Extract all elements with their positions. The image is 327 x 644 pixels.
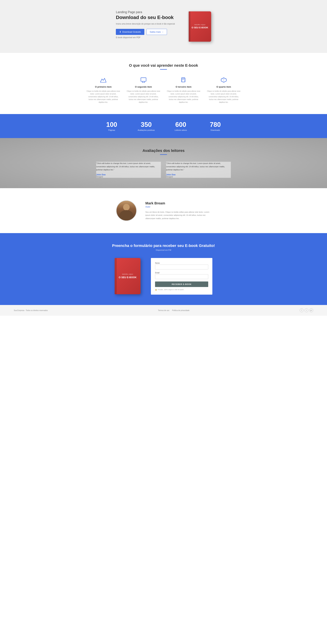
learn-item-1: O primeiro item Clique no botão de ediçã… — [86, 76, 121, 104]
stat-readers-number: 600 — [163, 121, 198, 128]
submit-button[interactable]: RECEBER E-BOOK — [155, 282, 208, 287]
author-photo-inner — [117, 201, 136, 220]
stat-downloads-label: Downloads — [198, 129, 233, 131]
learn-item-1-desc: Clique no botão de edição para alterar e… — [86, 90, 121, 104]
hero-title: Download do seu E-book — [116, 15, 175, 20]
learn-item-3-title: O terceiro item — [166, 86, 201, 88]
footer-terms-link[interactable]: Termos de uso — [158, 310, 169, 311]
testimonial-1-role: Designer — [96, 176, 161, 178]
learn-item-1-title: O primeiro item — [86, 86, 121, 88]
learn-section: O que você vai aprender neste E-book O p… — [0, 53, 327, 114]
learn-item-3: O terceiro item Clique no botão de ediçã… — [166, 76, 201, 104]
name-input[interactable] — [155, 264, 208, 270]
testimonial-2: "Click edit button to change this text. … — [166, 162, 231, 178]
stat-pages-label: Páginas — [94, 129, 129, 131]
hero-buttons: ⬇ Download Gratuito Saiba mais → — [116, 29, 175, 35]
hero-text: Landing Page para Download do seu E-book… — [116, 10, 175, 42]
stat-reviews-number: 350 — [129, 121, 163, 128]
testimonials-section: Avaliações dos leitores "Click edit butt… — [0, 138, 327, 188]
hero-book-subtitle: INSIRA AQUI — [194, 24, 206, 26]
stat-pages: 100 Páginas — [94, 121, 129, 131]
author-section: Mark Bream Autor Sou um bloco de texto. … — [0, 188, 327, 233]
stat-reviews-label: Avaliações positivas — [129, 129, 163, 131]
hero-book-cover: INSIRA AQUI O SEU E-BOOK — [189, 12, 211, 42]
learn-item-3-desc: Clique no botão de edição para alterar e… — [166, 90, 201, 104]
form-book-subtitle: INSIRA AQUI — [122, 273, 133, 275]
testimonials-grid: "Click edit button to change this text. … — [96, 162, 231, 178]
stat-downloads-number: 780 — [198, 121, 233, 128]
hero-book-title: O SEU E-BOOK — [192, 26, 208, 29]
learn-title: O que você vai aprender neste E-book — [14, 63, 313, 68]
email-input[interactable] — [155, 274, 208, 279]
testimonials-title: Avaliações dos leitores — [14, 148, 313, 153]
form-fields: Nome Email RECEBER E-BOOK 🔒 Privado. 100… — [151, 258, 212, 294]
testimonial-2-author: John Doe — [166, 174, 231, 176]
learn-more-button[interactable]: Saiba mais → — [146, 29, 167, 35]
footer-copyright: Sua Empresa - Todos os direitos reservad… — [14, 310, 48, 311]
download-button[interactable]: ⬇ Download Gratuito — [116, 29, 144, 35]
email-label: Email — [155, 272, 208, 274]
stat-reviews: 350 Avaliações positivas — [129, 121, 163, 131]
twitter-icon[interactable]: t — [305, 308, 308, 312]
learn-item-2-title: O segundo item — [126, 86, 161, 88]
hero-note: E-book disponível em PDF — [116, 36, 175, 39]
facebook-icon[interactable]: f — [300, 308, 304, 312]
mountain-chart-icon — [99, 76, 107, 84]
svg-rect-1 — [141, 78, 146, 82]
testimonial-1-author: John Doe — [96, 174, 161, 176]
footer-privacy-link[interactable]: Política de privacidade — [172, 310, 190, 311]
learn-item-4-title: O quarto item — [206, 86, 241, 88]
author-info: Mark Bream Autor Sou um bloco de texto. … — [145, 201, 211, 220]
stat-readers: 600 Leitores ativos — [163, 121, 198, 131]
testimonials-divider — [160, 154, 167, 155]
form-section: Preencha o formulário para receber seu E… — [0, 233, 327, 305]
learn-item-2: O segundo item Clique no botão de edição… — [126, 76, 161, 104]
hero-section: Landing Page para Download do seu E-book… — [0, 0, 327, 53]
learn-item-4-desc: Clique no botão de edição para alterar e… — [206, 90, 241, 104]
footer-links: Termos de uso Política de privacidade — [158, 310, 189, 311]
testimonial-2-text: "Click edit button to change this text. … — [166, 162, 231, 172]
learn-item-2-desc: Clique no botão de edição para alterar e… — [126, 90, 161, 104]
stat-pages-number: 100 — [94, 121, 129, 128]
form-security-note: 🔒 Privado. 100% seguro e não há spam. — [155, 289, 208, 290]
hero-description: Insira uma breve descrição do porque seu… — [116, 23, 175, 25]
form-book-cover: INSIRA AQUI O SEU E-BOOK — [115, 258, 141, 294]
learn-item-4: O quarto item Clique no botão de edição … — [206, 76, 241, 104]
download-icon: ⬇ — [119, 30, 121, 33]
form-container: INSIRA AQUI O SEU E-BOOK Nome Email RECE… — [99, 258, 228, 294]
author-avatar — [116, 200, 137, 221]
testimonial-1: "Click edit button to change this text. … — [96, 162, 161, 178]
author-bio: Sou um bloco de texto. Clique no botão e… — [145, 210, 211, 220]
stat-readers-label: Leitores ativos — [163, 129, 198, 131]
author-name: Mark Bream — [145, 201, 211, 205]
lock-icon: 🔒 — [155, 289, 157, 290]
learn-grid: O primeiro item Clique no botão de ediçã… — [86, 76, 241, 104]
form-section-title: Preencha o formulário para receber seu E… — [14, 244, 313, 248]
googleplus-icon[interactable]: g+ — [310, 308, 313, 312]
testimonial-1-text: "Click edit button to change this text. … — [96, 162, 161, 172]
stats-section: 100 Páginas 350 Avaliações positivas 600… — [0, 114, 327, 138]
book-stack-icon — [179, 76, 188, 84]
form-available: Disponível em Pdf — [14, 249, 313, 251]
learn-divider — [160, 69, 167, 70]
monitor-icon — [139, 76, 148, 84]
testimonial-2-role: Designer — [166, 176, 231, 178]
form-book-title: O SEU E-BOOK — [119, 276, 137, 279]
hero-subtitle: Landing Page para — [116, 10, 175, 14]
name-label: Nome — [155, 262, 208, 264]
cube-icon — [220, 76, 228, 84]
author-role: Autor — [145, 206, 211, 208]
footer-social: f t g+ — [300, 308, 313, 312]
stat-downloads: 780 Downloads — [198, 121, 233, 131]
footer: Sua Empresa - Todos os direitos reservad… — [0, 305, 327, 316]
